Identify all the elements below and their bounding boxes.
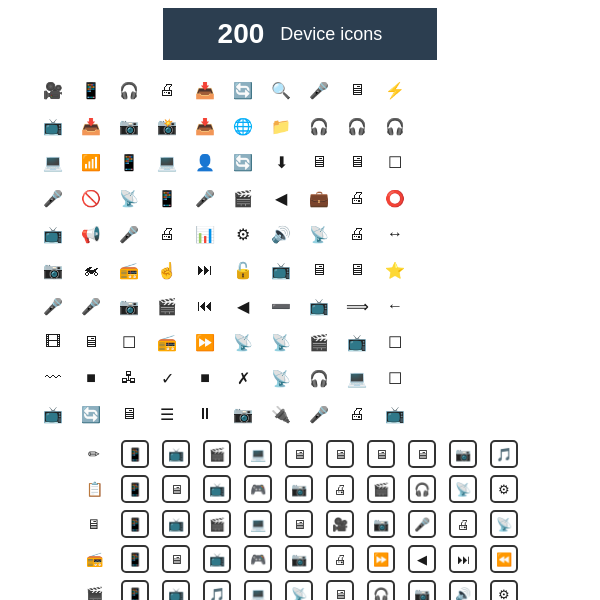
icon-pen[interactable]: ✏: [76, 438, 112, 470]
icon-tv[interactable]: 📺: [35, 110, 71, 142]
box-icon-47[interactable]: 🎧: [363, 578, 399, 600]
box-icon-44[interactable]: 💻: [240, 578, 276, 600]
icon-cam2[interactable]: 📷: [111, 290, 147, 322]
icon-sync[interactable]: 🔄: [225, 146, 261, 178]
icon-rotate[interactable]: 🔄: [73, 398, 109, 430]
icon-download[interactable]: 📥: [187, 74, 223, 106]
box-icon-8[interactable]: 🖥: [404, 438, 440, 470]
icon-tv4[interactable]: 📺: [339, 326, 375, 358]
icon-tv2[interactable]: 📺: [35, 218, 71, 250]
icon-movie[interactable]: 🎬: [301, 326, 337, 358]
icon-star[interactable]: ⭐: [377, 254, 413, 286]
icon-headphones3[interactable]: 🎧: [377, 110, 413, 142]
icon-monitor3[interactable]: 🖥: [301, 254, 337, 286]
icon-laptop3[interactable]: 💻: [339, 362, 375, 394]
box-icon-26[interactable]: 🎥: [322, 508, 358, 540]
icon-signal2[interactable]: 📡: [225, 326, 261, 358]
icon-plug[interactable]: 🔌: [263, 398, 299, 430]
box-icon-22[interactable]: 📺: [158, 508, 194, 540]
box-icon-10[interactable]: 🎵: [486, 438, 522, 470]
icon-arrow-l[interactable]: ←: [377, 290, 413, 322]
box-icon-39[interactable]: ⏭: [445, 543, 481, 575]
icon-monitor4[interactable]: 🖥: [111, 398, 147, 430]
icon-checkbox[interactable]: ☐: [111, 326, 147, 358]
icon-minus[interactable]: ➖: [263, 290, 299, 322]
icon-briefcase[interactable]: 💼: [301, 182, 337, 214]
icon-check[interactable]: ✓: [149, 362, 185, 394]
icon-screenshot[interactable]: 📸: [149, 110, 185, 142]
icon-screen2[interactable]: 🖥: [73, 326, 109, 358]
icon-phone[interactable]: 📱: [149, 182, 185, 214]
icon-download2[interactable]: 📥: [73, 110, 109, 142]
box-icon-45[interactable]: 📡: [281, 578, 317, 600]
icon-refresh[interactable]: 🔄: [225, 74, 261, 106]
box-icon-4[interactable]: 💻: [240, 438, 276, 470]
icon-camera2[interactable]: 📷: [225, 398, 261, 430]
icon-speaker[interactable]: 📢: [73, 218, 109, 250]
icon-bike[interactable]: 🏍: [73, 254, 109, 286]
icon-mic[interactable]: 🎤: [301, 74, 337, 106]
icon-mic2[interactable]: 🎤: [187, 182, 223, 214]
icon-pause[interactable]: ⏸: [187, 398, 223, 430]
box-icon-30[interactable]: 📡: [486, 508, 522, 540]
icon-box-r5-0[interactable]: 🎬: [76, 578, 112, 600]
box-icon-36[interactable]: 🖨: [322, 543, 358, 575]
icon-headphones2[interactable]: 🎧: [339, 110, 375, 142]
icon-box-r4-0[interactable]: 📻: [76, 543, 112, 575]
box-icon-12[interactable]: 🖥: [158, 473, 194, 505]
box-icon-17[interactable]: 🎬: [363, 473, 399, 505]
icon-arrows[interactable]: ↔: [377, 218, 413, 250]
box-icon-13[interactable]: 📺: [199, 473, 235, 505]
icon-tv5[interactable]: 📺: [35, 398, 71, 430]
box-icon-15[interactable]: 📷: [281, 473, 317, 505]
box-icon-43[interactable]: 🎵: [199, 578, 235, 600]
icon-folder[interactable]: 📁: [263, 110, 299, 142]
icon-arrow-r[interactable]: ⟹: [339, 290, 375, 322]
box-icon-7[interactable]: 🖥: [363, 438, 399, 470]
icon-radio[interactable]: 📻: [111, 254, 147, 286]
box-icon-33[interactable]: 📺: [199, 543, 235, 575]
icon-list[interactable]: ☰: [149, 398, 185, 430]
icon-stop2[interactable]: ■: [187, 362, 223, 394]
icon-mobile[interactable]: 📱: [73, 74, 109, 106]
box-icon-46[interactable]: 🖥: [322, 578, 358, 600]
icon-signal[interactable]: 📶: [73, 146, 109, 178]
icon-print2[interactable]: 🖨: [149, 218, 185, 250]
icon-dl[interactable]: ⬇: [263, 146, 299, 178]
box-icon-2[interactable]: 📺: [158, 438, 194, 470]
icon-unlock[interactable]: 🔓: [225, 254, 261, 286]
box-icon-21[interactable]: 📱: [117, 508, 153, 540]
box-icon-1[interactable]: 📱: [117, 438, 153, 470]
icon-print3[interactable]: 🖨: [339, 398, 375, 430]
icon-ban[interactable]: 🚫: [73, 182, 109, 214]
icon-square[interactable]: ☐: [377, 146, 413, 178]
icon-printer2[interactable]: 🖨: [339, 218, 375, 250]
box-icon-38[interactable]: ◀: [404, 543, 440, 575]
icon-bar[interactable]: 📊: [187, 218, 223, 250]
box-icon-31[interactable]: 📱: [117, 543, 153, 575]
icon-radio2[interactable]: 📻: [149, 326, 185, 358]
box-icon-6[interactable]: 🖥: [322, 438, 358, 470]
icon-download3[interactable]: 📥: [187, 110, 223, 142]
icon-globe[interactable]: 🌐: [225, 110, 261, 142]
icon-sq2[interactable]: ☐: [377, 362, 413, 394]
icon-mic4[interactable]: 🎤: [35, 290, 71, 322]
icon-box-r2-0[interactable]: 📋: [76, 473, 112, 505]
icon-film[interactable]: 🎬: [149, 290, 185, 322]
icon-film2[interactable]: 🎞: [35, 326, 71, 358]
icon-camera[interactable]: 📷: [111, 110, 147, 142]
icon-tv6[interactable]: 📺: [377, 398, 413, 430]
icon-play-left[interactable]: ◀: [225, 290, 261, 322]
icon-display[interactable]: 🖥: [339, 254, 375, 286]
box-icon-50[interactable]: ⚙: [486, 578, 522, 600]
icon-print[interactable]: 🖨: [339, 182, 375, 214]
icon-x[interactable]: ✗: [225, 362, 261, 394]
box-icon-3[interactable]: 🎬: [199, 438, 235, 470]
icon-wifi[interactable]: 📡: [111, 182, 147, 214]
icon-mic6[interactable]: 🎤: [301, 398, 337, 430]
icon-wifi2[interactable]: 📡: [263, 326, 299, 358]
box-icon-11[interactable]: 📱: [117, 473, 153, 505]
icon-gear[interactable]: ⚙: [225, 218, 261, 250]
box-icon-29[interactable]: 🖨: [445, 508, 481, 540]
icon-wave[interactable]: 〰: [35, 362, 71, 394]
